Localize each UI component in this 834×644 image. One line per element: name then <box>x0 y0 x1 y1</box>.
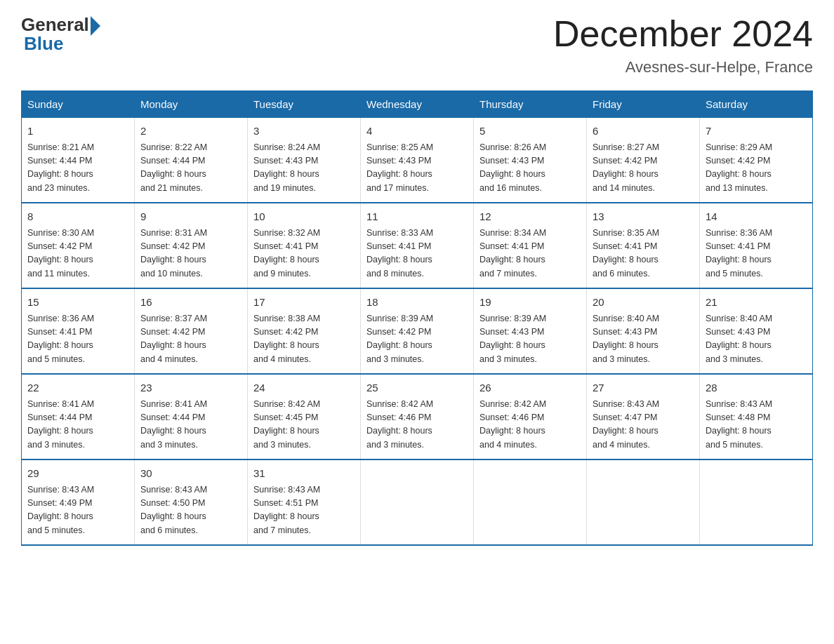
day-number: 6 <box>593 123 694 140</box>
day-number: 14 <box>706 209 807 225</box>
logo-blue-text: Blue <box>24 33 63 55</box>
day-number: 4 <box>366 123 468 140</box>
calendar-week-2: 8Sunrise: 8:30 AMSunset: 4:42 PMDaylight… <box>22 203 813 288</box>
column-header-wednesday: Wednesday <box>361 91 474 118</box>
column-header-saturday: Saturday <box>700 91 813 118</box>
page-header: General Blue December 2024 Avesnes-sur-H… <box>21 14 813 76</box>
calendar-cell: 10Sunrise: 8:32 AMSunset: 4:41 PMDayligh… <box>248 203 361 288</box>
calendar-cell: 16Sunrise: 8:37 AMSunset: 4:42 PMDayligh… <box>135 288 248 374</box>
day-info: Sunrise: 8:24 AMSunset: 4:43 PMDaylight:… <box>253 141 355 196</box>
day-info: Sunrise: 8:42 AMSunset: 4:46 PMDaylight:… <box>479 398 581 452</box>
calendar-cell: 7Sunrise: 8:29 AMSunset: 4:42 PMDaylight… <box>700 118 813 203</box>
day-number: 16 <box>140 295 241 311</box>
calendar-cell: 22Sunrise: 8:41 AMSunset: 4:44 PMDayligh… <box>22 374 135 459</box>
day-info: Sunrise: 8:43 AMSunset: 4:49 PMDaylight:… <box>27 483 128 538</box>
calendar-cell: 11Sunrise: 8:33 AMSunset: 4:41 PMDayligh… <box>361 203 474 288</box>
calendar-cell: 25Sunrise: 8:42 AMSunset: 4:46 PMDayligh… <box>361 374 474 459</box>
day-number: 21 <box>706 295 807 311</box>
calendar-cell: 4Sunrise: 8:25 AMSunset: 4:43 PMDaylight… <box>361 118 474 203</box>
day-number: 20 <box>593 295 694 311</box>
day-info: Sunrise: 8:21 AMSunset: 4:44 PMDaylight:… <box>27 141 128 196</box>
day-info: Sunrise: 8:41 AMSunset: 4:44 PMDaylight:… <box>140 398 241 452</box>
day-info: Sunrise: 8:36 AMSunset: 4:41 PMDaylight:… <box>27 312 128 367</box>
calendar-cell: 31Sunrise: 8:43 AMSunset: 4:51 PMDayligh… <box>248 459 361 545</box>
day-number: 7 <box>706 123 807 140</box>
day-number: 3 <box>253 123 355 140</box>
calendar-cell: 13Sunrise: 8:35 AMSunset: 4:41 PMDayligh… <box>587 203 700 288</box>
day-info: Sunrise: 8:26 AMSunset: 4:43 PMDaylight:… <box>479 141 581 196</box>
calendar-cell: 23Sunrise: 8:41 AMSunset: 4:44 PMDayligh… <box>135 374 248 459</box>
day-number: 15 <box>27 295 128 311</box>
calendar-cell: 20Sunrise: 8:40 AMSunset: 4:43 PMDayligh… <box>587 288 700 374</box>
day-number: 30 <box>140 466 241 482</box>
day-info: Sunrise: 8:42 AMSunset: 4:45 PMDaylight:… <box>253 398 355 452</box>
day-info: Sunrise: 8:37 AMSunset: 4:42 PMDaylight:… <box>140 312 241 367</box>
day-info: Sunrise: 8:43 AMSunset: 4:51 PMDaylight:… <box>253 483 355 538</box>
calendar-week-4: 22Sunrise: 8:41 AMSunset: 4:44 PMDayligh… <box>22 374 813 459</box>
day-number: 19 <box>479 295 581 311</box>
column-header-thursday: Thursday <box>474 91 587 118</box>
day-number: 10 <box>253 209 355 225</box>
day-number: 8 <box>27 209 128 225</box>
calendar-cell: 19Sunrise: 8:39 AMSunset: 4:43 PMDayligh… <box>474 288 587 374</box>
calendar-cell: 9Sunrise: 8:31 AMSunset: 4:42 PMDaylight… <box>135 203 248 288</box>
day-info: Sunrise: 8:41 AMSunset: 4:44 PMDaylight:… <box>27 398 128 452</box>
calendar-cell: 2Sunrise: 8:22 AMSunset: 4:44 PMDaylight… <box>135 118 248 203</box>
day-number: 28 <box>706 380 807 396</box>
day-number: 26 <box>479 380 581 396</box>
day-info: Sunrise: 8:35 AMSunset: 4:41 PMDaylight:… <box>593 227 694 281</box>
calendar-cell: 5Sunrise: 8:26 AMSunset: 4:43 PMDaylight… <box>474 118 587 203</box>
day-info: Sunrise: 8:38 AMSunset: 4:42 PMDaylight:… <box>253 312 355 367</box>
day-info: Sunrise: 8:29 AMSunset: 4:42 PMDaylight:… <box>706 141 807 196</box>
calendar-cell: 21Sunrise: 8:40 AMSunset: 4:43 PMDayligh… <box>700 288 813 374</box>
calendar-cell: 15Sunrise: 8:36 AMSunset: 4:41 PMDayligh… <box>22 288 135 374</box>
day-number: 31 <box>253 466 355 482</box>
calendar-week-3: 15Sunrise: 8:36 AMSunset: 4:41 PMDayligh… <box>22 288 813 374</box>
day-info: Sunrise: 8:31 AMSunset: 4:42 PMDaylight:… <box>140 227 241 281</box>
calendar-cell: 3Sunrise: 8:24 AMSunset: 4:43 PMDaylight… <box>248 118 361 203</box>
calendar-week-5: 29Sunrise: 8:43 AMSunset: 4:49 PMDayligh… <box>22 459 813 545</box>
calendar-body: 1Sunrise: 8:21 AMSunset: 4:44 PMDaylight… <box>22 118 813 546</box>
calendar-cell: 17Sunrise: 8:38 AMSunset: 4:42 PMDayligh… <box>248 288 361 374</box>
calendar-cell: 28Sunrise: 8:43 AMSunset: 4:48 PMDayligh… <box>700 374 813 459</box>
calendar-cell: 1Sunrise: 8:21 AMSunset: 4:44 PMDaylight… <box>22 118 135 203</box>
calendar-cell: 18Sunrise: 8:39 AMSunset: 4:42 PMDayligh… <box>361 288 474 374</box>
calendar-header-row: SundayMondayTuesdayWednesdayThursdayFrid… <box>22 91 813 118</box>
column-header-tuesday: Tuesday <box>248 91 361 118</box>
calendar-cell <box>474 459 587 545</box>
day-number: 5 <box>479 123 581 140</box>
calendar-cell: 8Sunrise: 8:30 AMSunset: 4:42 PMDaylight… <box>22 203 135 288</box>
calendar-cell: 27Sunrise: 8:43 AMSunset: 4:47 PMDayligh… <box>587 374 700 459</box>
day-number: 24 <box>253 380 355 396</box>
calendar-table: SundayMondayTuesdayWednesdayThursdayFrid… <box>21 90 813 546</box>
day-info: Sunrise: 8:30 AMSunset: 4:42 PMDaylight:… <box>27 227 128 281</box>
day-number: 13 <box>593 209 694 225</box>
day-number: 25 <box>366 380 468 396</box>
day-number: 12 <box>479 209 581 225</box>
day-info: Sunrise: 8:36 AMSunset: 4:41 PMDaylight:… <box>706 227 807 281</box>
day-number: 17 <box>253 295 355 311</box>
location-subtitle: Avesnes-sur-Helpe, France <box>553 58 813 76</box>
day-number: 22 <box>27 380 128 396</box>
column-header-monday: Monday <box>135 91 248 118</box>
calendar-week-1: 1Sunrise: 8:21 AMSunset: 4:44 PMDaylight… <box>22 118 813 203</box>
calendar-cell <box>700 459 813 545</box>
day-info: Sunrise: 8:25 AMSunset: 4:43 PMDaylight:… <box>366 141 468 196</box>
day-number: 2 <box>140 123 241 140</box>
day-info: Sunrise: 8:32 AMSunset: 4:41 PMDaylight:… <box>253 227 355 281</box>
column-header-friday: Friday <box>587 91 700 118</box>
calendar-cell: 30Sunrise: 8:43 AMSunset: 4:50 PMDayligh… <box>135 459 248 545</box>
day-number: 11 <box>366 209 468 225</box>
calendar-cell: 12Sunrise: 8:34 AMSunset: 4:41 PMDayligh… <box>474 203 587 288</box>
day-info: Sunrise: 8:22 AMSunset: 4:44 PMDaylight:… <box>140 141 241 196</box>
title-section: December 2024 Avesnes-sur-Helpe, France <box>553 14 813 76</box>
day-info: Sunrise: 8:40 AMSunset: 4:43 PMDaylight:… <box>593 312 694 367</box>
day-info: Sunrise: 8:39 AMSunset: 4:42 PMDaylight:… <box>366 312 468 367</box>
calendar-cell: 14Sunrise: 8:36 AMSunset: 4:41 PMDayligh… <box>700 203 813 288</box>
day-info: Sunrise: 8:34 AMSunset: 4:41 PMDaylight:… <box>479 227 581 281</box>
day-number: 18 <box>366 295 468 311</box>
day-number: 9 <box>140 209 241 225</box>
main-title: December 2024 <box>553 14 813 54</box>
day-number: 23 <box>140 380 241 396</box>
calendar-cell: 29Sunrise: 8:43 AMSunset: 4:49 PMDayligh… <box>22 459 135 545</box>
